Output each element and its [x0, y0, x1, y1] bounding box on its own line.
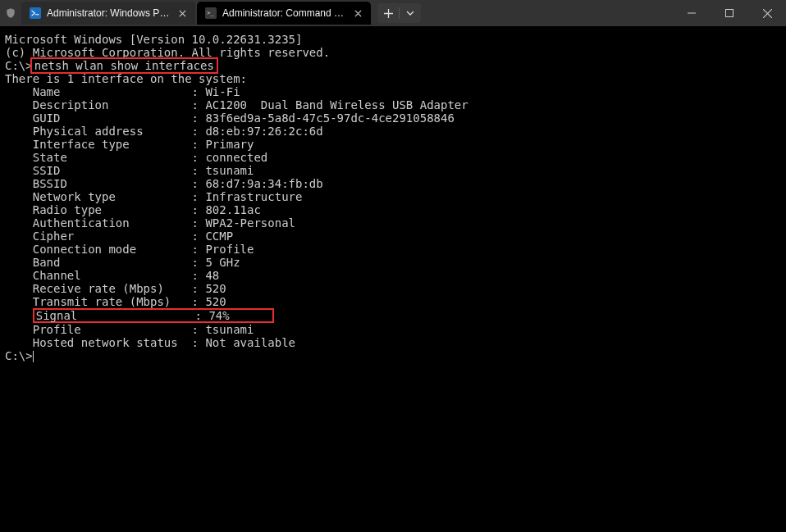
terminal-line: Channel : 48 [5, 269, 781, 282]
terminal-line: Network type : Infrastructure [5, 190, 781, 203]
tab-powershell[interactable]: Administrator: Windows Powe [21, 2, 195, 25]
terminal-line: Interface type : Primary [5, 138, 781, 151]
tab-title: Administrator: Windows Powe [47, 7, 170, 19]
terminal-line: There is 1 interface on the system: [5, 72, 781, 85]
terminal-output[interactable]: Microsoft Windows [Version 10.0.22631.32… [0, 26, 786, 532]
cursor [33, 351, 34, 362]
svg-text:>_: >_ [207, 10, 214, 16]
terminal-line: C:\> [5, 349, 781, 362]
terminal-line: Receive rate (Mbps) : 520 [5, 282, 781, 295]
shield-icon [0, 7, 21, 19]
terminal-line: Signal : 74% [5, 308, 781, 323]
terminal-line: Physical address : d8:eb:97:26:2c:6d [5, 125, 781, 138]
powershell-icon [30, 7, 41, 19]
terminal-line: Authentication : WPA2-Personal [5, 216, 781, 230]
window-controls [673, 0, 786, 26]
tab-title: Administrator: Command Pro [222, 7, 345, 19]
minimize-button[interactable] [673, 0, 711, 26]
terminal-line: C:\>netsh wlan show interfaces [5, 59, 781, 72]
new-tab-button[interactable] [377, 3, 399, 23]
tab-dropdown-button[interactable] [400, 3, 421, 23]
close-icon[interactable] [351, 7, 364, 20]
terminal-line: Description : AC1200 Dual Band Wireless … [5, 98, 781, 111]
tab-cmd[interactable]: >_ Administrator: Command Pro [197, 2, 371, 25]
tabs-row: Administrator: Windows Powe >_ Administr… [0, 0, 421, 26]
terminal-line: Name : Wi-Fi [5, 85, 781, 98]
svg-rect-3 [726, 10, 733, 17]
close-icon[interactable] [176, 7, 189, 20]
terminal-line: Microsoft Windows [Version 10.0.22631.32… [5, 33, 781, 46]
terminal-line: SSID : tsunami [5, 164, 781, 177]
terminal-line: Band : 5 GHz [5, 256, 781, 269]
close-button[interactable] [748, 0, 786, 26]
terminal-line: Hosted network status : Not available [5, 336, 781, 349]
terminal-line: Radio type : 802.11ac [5, 203, 781, 216]
terminal-line: GUID : 83f6ed9a-5a8d-47c5-97dc-4ce291058… [5, 111, 781, 125]
command-highlight: netsh wlan show interfaces [30, 57, 218, 74]
terminal-line: Connection mode : Profile [5, 243, 781, 256]
signal-highlight: Signal : 74% [33, 308, 275, 323]
maximize-button[interactable] [711, 0, 748, 26]
new-tab-controls [377, 3, 421, 23]
cmd-icon: >_ [205, 7, 217, 19]
titlebar: Administrator: Windows Powe >_ Administr… [0, 0, 786, 26]
terminal-line: State : connected [5, 151, 781, 164]
terminal-line: Cipher : CCMP [5, 230, 781, 243]
terminal-line: BSSID : 68:d7:9a:34:fb:db [5, 177, 781, 190]
terminal-line: Profile : tsunami [5, 323, 781, 336]
terminal-line: Transmit rate (Mbps) : 520 [5, 295, 781, 308]
